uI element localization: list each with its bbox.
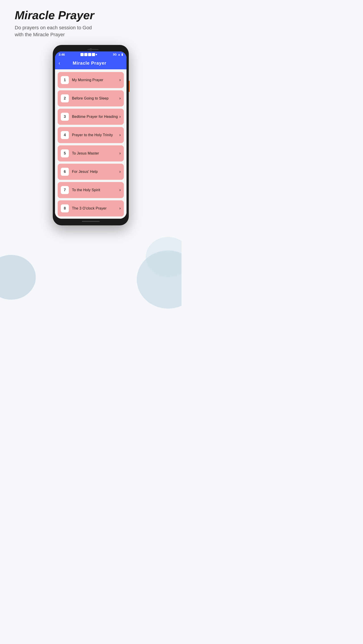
prayer-item[interactable]: 4Prayer to the Holy Trinity› (58, 127, 124, 143)
prayer-item-arrow: › (119, 188, 121, 192)
battery-icon: ▮ (121, 53, 123, 56)
phone-camera (89, 48, 92, 51)
sq2 (84, 53, 87, 56)
network-label: 3G (113, 53, 117, 56)
page-header: Miracle Prayer Do prayers on each sessio… (15, 9, 167, 38)
app-header: ‹ Miracle Prayer (55, 57, 126, 69)
back-button[interactable]: ‹ (58, 60, 60, 66)
prayer-item-label: Prayer to the Holy Trinity (72, 133, 119, 137)
prayer-item-number: 2 (61, 94, 69, 102)
prayer-item[interactable]: 3Bedtime Prayer for Heading› (58, 109, 124, 125)
prayer-item-arrow: › (119, 96, 121, 100)
prayer-item-number: 7 (61, 186, 69, 194)
sq4 (92, 53, 95, 56)
prayer-item-arrow: › (119, 151, 121, 156)
prayer-item-number: 8 (61, 204, 69, 212)
background-blob-left (0, 255, 36, 300)
status-squares (80, 53, 97, 56)
prayer-item-label: Bedtime Prayer for Heading (72, 115, 119, 119)
app-header-title: Miracle Prayer (63, 60, 116, 66)
prayer-item-label: For Jesus' Help (72, 170, 119, 174)
prayer-item-label: My Morning Prayer (72, 78, 119, 82)
prayer-item[interactable]: 1My Morning Prayer› (58, 72, 124, 88)
prayer-item-label: The 3 O'clock Prayer (72, 206, 119, 210)
prayer-list: 1My Morning Prayer›2Before Going to Slee… (55, 69, 126, 219)
prayer-item-arrow: › (119, 206, 121, 211)
prayer-item-arrow: › (119, 114, 121, 119)
sq1 (80, 53, 84, 56)
status-bar: 3:46 3G ▲ ▮ (55, 52, 126, 57)
status-dot (96, 54, 97, 55)
phone-frame: 3:46 3G ▲ ▮ ‹ Miracle Prayer 1My Morning… (53, 45, 129, 226)
prayer-item[interactable]: 8The 3 O'clock Prayer› (58, 200, 124, 216)
status-time: 3:46 (58, 53, 65, 56)
page-title: Miracle Prayer (15, 9, 167, 22)
prayer-item-number: 3 (61, 113, 69, 121)
page-subtitle: Do prayers on each session to Godwith th… (15, 24, 167, 38)
sq3 (88, 53, 91, 56)
prayer-item-number: 5 (61, 149, 69, 158)
status-icons: 3G ▲ ▮ (113, 53, 123, 56)
prayer-item-label: To the Holy Spirit (72, 188, 119, 192)
prayer-item-label: To Jesus Master (72, 152, 119, 156)
prayer-item-number: 4 (61, 131, 69, 139)
prayer-item-arrow: › (119, 78, 121, 82)
prayer-item-arrow: › (119, 132, 121, 137)
prayer-item-number: 6 (61, 168, 69, 176)
prayer-item-number: 1 (61, 76, 69, 84)
phone-speaker (87, 49, 99, 50)
prayer-item[interactable]: 5To Jesus Master› (58, 145, 124, 162)
prayer-item-arrow: › (119, 169, 121, 174)
phone-screen: 3:46 3G ▲ ▮ ‹ Miracle Prayer 1My Morning… (55, 52, 126, 219)
power-button (129, 81, 130, 92)
home-indicator (82, 221, 100, 222)
prayer-item[interactable]: 6For Jesus' Help› (58, 164, 124, 180)
prayer-item[interactable]: 2Before Going to Sleep› (58, 90, 124, 106)
phone-top (55, 47, 126, 52)
signal-icon: ▲ (118, 53, 120, 56)
phone-bottom (55, 219, 126, 223)
prayer-item-label: Before Going to Sleep (72, 96, 119, 100)
prayer-item[interactable]: 7To the Holy Spirit› (58, 182, 124, 198)
